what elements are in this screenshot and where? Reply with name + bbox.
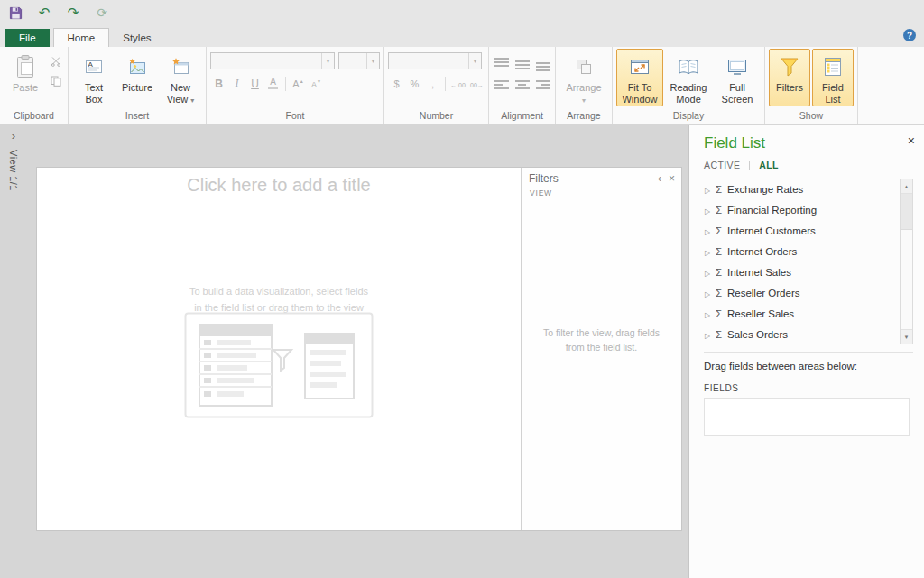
table-item-reseller-orders[interactable]: Reseller Orders xyxy=(704,282,913,303)
expand-icon[interactable] xyxy=(705,308,710,319)
copy-button[interactable] xyxy=(47,72,64,89)
save-icon[interactable] xyxy=(7,5,23,21)
underline-button[interactable]: U xyxy=(246,75,263,92)
tab-all-fields[interactable]: ALL xyxy=(759,160,779,170)
canvas-hint-text: To build a data visualization, select fi… xyxy=(37,283,521,316)
decrease-decimal-button[interactable] xyxy=(467,75,485,92)
full-screen-label-2: Screen xyxy=(722,94,753,106)
filters-button[interactable]: Filters xyxy=(769,49,810,106)
expand-icon[interactable] xyxy=(705,288,710,298)
expand-icon[interactable] xyxy=(705,184,710,195)
table-item-internet-customers[interactable]: Internet Customers xyxy=(704,220,913,241)
arrange-button[interactable]: Arrange xyxy=(559,49,608,106)
percent-format-button[interactable]: % xyxy=(406,75,423,92)
picture-button[interactable]: Picture xyxy=(116,49,159,106)
table-item-exchange-rates[interactable]: Exchange Rates xyxy=(704,179,913,199)
sigma-icon xyxy=(716,267,722,278)
tab-styles[interactable]: Styles xyxy=(109,29,164,47)
refresh-icon[interactable]: ⟳ xyxy=(94,5,110,21)
table-item-sales-orders[interactable]: Sales Orders xyxy=(704,324,913,344)
font-name-combo[interactable] xyxy=(210,52,335,69)
italic-button[interactable]: I xyxy=(228,75,245,92)
report-canvas: Click here to add a title To build a dat… xyxy=(36,167,682,531)
font-size-combo[interactable] xyxy=(338,52,380,69)
text-box-button[interactable]: A Text Box xyxy=(72,49,116,106)
scrollbar[interactable] xyxy=(900,179,913,344)
close-icon[interactable] xyxy=(908,134,915,147)
font-group-label: Font xyxy=(210,109,380,124)
expand-icon[interactable] xyxy=(705,267,710,278)
ribbon: Paste xyxy=(0,47,924,124)
scissors-icon xyxy=(51,56,61,67)
number-format-combo[interactable] xyxy=(388,52,482,69)
help-icon[interactable]: ? xyxy=(903,29,916,41)
align-top-button[interactable] xyxy=(493,56,510,73)
new-view-button[interactable]: New View xyxy=(159,49,202,106)
align-bottom-button[interactable] xyxy=(534,56,551,73)
expand-icon[interactable] xyxy=(705,225,710,236)
field-list-button[interactable]: Field List xyxy=(812,49,854,106)
chevron-right-icon[interactable]: › xyxy=(12,130,15,142)
show-group-label: Show xyxy=(769,109,854,124)
fit-to-window-button[interactable]: Fit To Window xyxy=(616,49,663,106)
align-right-icon xyxy=(536,80,550,92)
divider xyxy=(704,352,913,353)
copy-icon xyxy=(51,76,61,87)
sigma-icon xyxy=(716,288,722,298)
expand-icon[interactable] xyxy=(705,329,710,340)
alignment-group-label: Alignment xyxy=(493,109,551,124)
filters-hint-text: To filter the view, drag fields from the… xyxy=(536,326,667,355)
align-center-button[interactable] xyxy=(513,78,531,95)
title-placeholder[interactable]: Click here to add a title xyxy=(37,175,521,196)
paste-icon xyxy=(14,52,36,81)
chevron-down-icon xyxy=(468,53,481,69)
text-color-button[interactable] xyxy=(264,75,282,92)
tab-active-fields[interactable]: ACTIVE xyxy=(704,160,740,170)
table-item-financial-reporting[interactable]: Financial Reporting xyxy=(704,199,913,220)
shrink-font-button[interactable] xyxy=(308,75,325,92)
arrange-icon xyxy=(574,52,594,81)
redo-icon[interactable]: ↷ xyxy=(65,5,81,21)
chevron-down-icon xyxy=(366,53,379,69)
grow-font-icon xyxy=(292,78,303,89)
table-item-internet-sales[interactable]: Internet Sales xyxy=(704,261,913,282)
align-left-button[interactable] xyxy=(493,78,510,95)
expand-icon[interactable] xyxy=(705,205,710,216)
scrollbar-thumb[interactable] xyxy=(901,194,912,230)
scroll-up-icon[interactable] xyxy=(901,179,912,194)
bold-button[interactable]: B xyxy=(210,75,227,92)
align-middle-button[interactable] xyxy=(513,56,531,73)
workspace: › View 1/1 Click here to add a title To … xyxy=(0,125,924,578)
expand-icon[interactable] xyxy=(705,246,710,257)
close-icon[interactable] xyxy=(669,172,675,185)
table-item-internet-orders[interactable]: Internet Orders xyxy=(704,241,913,261)
full-screen-button[interactable]: Full Screen xyxy=(714,49,761,106)
scroll-down-icon[interactable] xyxy=(901,329,912,344)
table-item-reseller-sales[interactable]: Reseller Sales xyxy=(704,303,913,324)
fit-to-window-icon xyxy=(629,52,651,81)
collapse-pane-icon[interactable] xyxy=(658,172,661,185)
ribbon-group-font: B I U Font xyxy=(207,47,384,124)
currency-format-button[interactable]: $ xyxy=(388,75,405,92)
align-right-button[interactable] xyxy=(534,78,551,95)
paste-button[interactable]: Paste xyxy=(4,49,47,106)
filters-view-tab[interactable]: VIEW xyxy=(522,186,681,197)
cut-button[interactable] xyxy=(47,52,64,69)
field-list-pane: Field List ACTIVE ALL Exchange Rates Fin… xyxy=(688,125,924,578)
text-color-icon xyxy=(268,78,278,89)
fields-dropzone[interactable] xyxy=(704,398,910,436)
comma-format-button[interactable]: , xyxy=(424,75,441,92)
ribbon-group-number: $ % , Number xyxy=(384,47,489,124)
number-group-label: Number xyxy=(388,109,485,124)
view-counter-label[interactable]: View 1/1 xyxy=(8,150,19,191)
undo-icon[interactable]: ↶ xyxy=(36,5,52,21)
increase-decimal-button[interactable] xyxy=(449,75,467,92)
grow-font-button[interactable] xyxy=(290,75,307,92)
tab-home[interactable]: Home xyxy=(53,28,110,47)
text-box-label-1: Text xyxy=(85,82,103,94)
sigma-icon xyxy=(716,329,722,340)
power-view-window: ↶ ↷ ⟳ File Home Styles ? P xyxy=(0,0,924,578)
tab-file[interactable]: File xyxy=(5,29,50,47)
reading-mode-button[interactable]: Reading Mode xyxy=(665,49,712,106)
filters-pane-title: Filters xyxy=(529,172,559,185)
